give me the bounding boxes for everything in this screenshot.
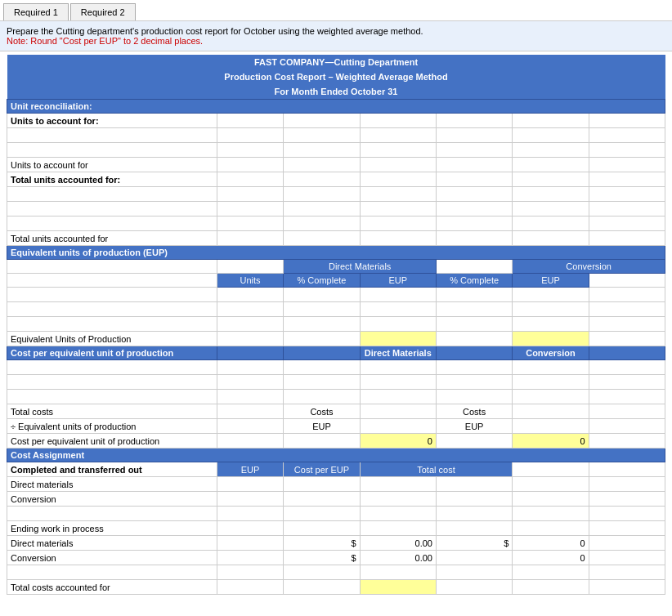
dm-ewip-value2[interactable]: 0 <box>513 536 589 551</box>
total-cost-col-header: Total cost <box>360 462 513 477</box>
eup-data-row3 <box>7 317 665 332</box>
tua-row2 <box>7 202 665 216</box>
report-title2: Production Cost Report – Weighted Averag… <box>7 69 665 84</box>
eup-label-conv: EUP <box>436 419 512 434</box>
total-costs-label: Total costs <box>7 404 217 419</box>
unit-reconciliation-label: Unit reconciliation: <box>7 100 665 114</box>
cost-per-eup-col-header: Cost per EUP <box>284 462 360 477</box>
production-cost-report: FAST COMPANY—Cutting Department Producti… <box>7 55 665 595</box>
cost-assignment-label: Cost Assignment <box>7 449 665 462</box>
divide-eup-row: ÷ Equivalent units of production EUP EUP <box>7 419 665 434</box>
dollar-dm-value: 0.00 <box>415 538 432 548</box>
utf-row2-col2[interactable] <box>217 128 284 143</box>
total-units-accounted-for-total-label: Total units accounted for <box>7 231 217 246</box>
tab-required2[interactable]: Required 2 <box>70 3 136 20</box>
utf-row2 <box>7 128 665 143</box>
total-units-accounted-for-total-row: Total units accounted for <box>7 231 665 246</box>
utf-col4[interactable] <box>360 114 436 128</box>
eup-total-label: Equivalent Units of Production <box>7 332 217 346</box>
utf-row2-label <box>7 128 217 143</box>
conversion-label: Conversion <box>7 492 217 507</box>
eup-total-row: Equivalent Units of Production <box>7 332 665 346</box>
total-costs-accounted-value[interactable] <box>360 580 436 595</box>
dollar-sign-dm2: $ <box>504 538 508 548</box>
total-costs-accounted-row: Total costs accounted for <box>7 580 665 595</box>
utf-input-3[interactable] <box>221 145 280 155</box>
cost-per-eup-dm-value[interactable]: 0 <box>360 434 436 449</box>
eup-data-row2 <box>7 302 665 317</box>
utf-row3-label <box>7 143 217 158</box>
total-costs-accounted-label: Total costs accounted for <box>7 580 217 595</box>
cost-per-eup-result-row: Cost per equivalent unit of production 0… <box>7 434 665 449</box>
cost-row3 <box>7 390 665 404</box>
total-units-accounted-header-row: Total units accounted for: <box>7 172 665 187</box>
utf-input-1[interactable] <box>221 116 280 126</box>
tabs-bar: Required 1 Required 2 <box>0 0 672 21</box>
cost-row1 <box>7 360 665 375</box>
completed-transferred-header: Completed and transferred out EUP Cost p… <box>7 462 665 477</box>
costs-label-conv: Costs <box>436 404 512 419</box>
eup-col-header: EUP <box>217 462 284 477</box>
cost-per-eup-result-label: Cost per equivalent unit of production <box>7 434 217 449</box>
empty-row2 <box>7 565 665 580</box>
dm-ewip-value[interactable]: 0.00 <box>360 536 436 551</box>
tua-row1 <box>7 187 665 202</box>
ending-wip-row: Ending work in process <box>7 521 665 536</box>
instructions-note: Note: Round "Cost per EUP" to 2 decimal … <box>7 36 665 46</box>
direct-materials-label: Direct materials <box>7 477 217 492</box>
tab-required1[interactable]: Required 1 <box>3 3 69 20</box>
ending-wip-label: Ending work in process <box>7 521 217 536</box>
conversion-header: Conversion <box>513 260 665 274</box>
instructions-panel: Prepare the Cutting department's product… <box>0 21 672 51</box>
direct-materials-row: Direct materials <box>7 477 665 492</box>
completed-transferred-label: Completed and transferred out <box>7 462 217 477</box>
eup-data-row1 <box>7 288 665 302</box>
cost-assignment-header: Cost Assignment <box>7 449 665 462</box>
unit-reconciliation-header: Unit reconciliation: <box>7 100 665 114</box>
report-title-row2: Production Cost Report – Weighted Averag… <box>7 69 665 84</box>
dm-ewip-row: Direct materials $ 0.00 $ 0 <box>7 536 665 551</box>
conversion-row: Conversion <box>7 492 665 507</box>
report-title-row1: FAST COMPANY—Cutting Department <box>7 55 665 69</box>
dollar-conv-value: 0.00 <box>415 553 432 563</box>
utf-col7[interactable] <box>589 114 665 128</box>
cost-per-eup-label: Cost per equivalent unit of production <box>7 346 217 360</box>
units-to-account-for-total-row: Units to account for <box>7 158 665 172</box>
cost-per-eup-header: Cost per equivalent unit of production D… <box>7 346 665 360</box>
utf-col3[interactable] <box>284 114 360 128</box>
cost-row2 <box>7 375 665 390</box>
costs-label-dm: Costs <box>284 404 360 419</box>
cost-per-eup-conv-value[interactable]: 0 <box>513 434 589 449</box>
dollar-sign-dm: $ <box>352 538 356 548</box>
conv-ewip-row: Conversion $ 0.00 0 <box>7 551 665 565</box>
col-eup-dm-header: EUP <box>360 274 436 288</box>
eup-total-dm[interactable] <box>360 332 436 346</box>
eup-total-conv[interactable] <box>513 332 589 346</box>
divide-eup-label: ÷ Equivalent units of production <box>7 419 217 434</box>
total-units-accounted-label: Total units accounted for: <box>7 172 217 187</box>
utf-total-input[interactable] <box>221 160 280 170</box>
eup-col-header-row2: Units % Complete EUP % Complete EUP <box>7 274 665 288</box>
cost-dm-header: Direct Materials <box>360 346 436 360</box>
eup-label-dm: EUP <box>284 419 360 434</box>
eup-col-header-row1: Direct Materials Conversion <box>7 260 665 274</box>
report-title3: For Month Ended October 31 <box>7 84 665 100</box>
utf-input-2[interactable] <box>221 131 280 141</box>
conv-ewip-value2[interactable]: 0 <box>513 551 589 565</box>
cost-conv-header: Conversion <box>513 346 589 360</box>
conv-ewip-value[interactable]: 0.00 <box>360 551 436 565</box>
eup-section-header: Equivalent units of production (EUP) <box>7 246 665 260</box>
utf-row3 <box>7 143 665 158</box>
dollar-sign-conv: $ <box>352 553 356 563</box>
utf-col2[interactable] <box>217 114 284 128</box>
col-eup-conv-header: EUP <box>513 274 589 288</box>
report-title-row3: For Month Ended October 31 <box>7 84 665 100</box>
utf-col5[interactable] <box>436 114 512 128</box>
report-container: FAST COMPANY—Cutting Department Producti… <box>0 51 672 598</box>
tua-row3 <box>7 216 665 231</box>
units-to-account-for-total-label: Units to account for <box>7 158 217 172</box>
utf-col6[interactable] <box>513 114 589 128</box>
total-costs-row: Total costs Costs Costs <box>7 404 665 419</box>
direct-materials-header: Direct Materials <box>284 260 437 274</box>
dm-ewip-label: Direct materials <box>7 536 217 551</box>
